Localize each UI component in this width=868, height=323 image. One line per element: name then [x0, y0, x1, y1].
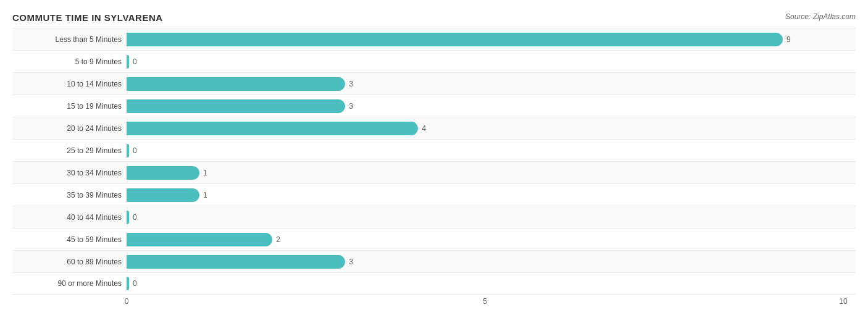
bar-fill — [127, 122, 418, 135]
chart-source: Source: ZipAtlas.com — [785, 12, 856, 21]
bar-label: 20 to 24 Minutes — [12, 124, 127, 133]
bar-value-label: 4 — [422, 124, 426, 133]
bar-row: 10 to 14 Minutes3 — [12, 72, 856, 94]
chart-body: Less than 5 Minutes95 to 9 Minutes010 to… — [12, 28, 856, 295]
bar-fill — [127, 255, 345, 269]
bar-row: 15 to 19 Minutes3 — [12, 94, 856, 117]
bar-fill — [127, 144, 129, 157]
bar-label: 40 to 44 Minutes — [12, 213, 127, 222]
chart-title: COMMUTE TIME IN SYLVARENA — [12, 12, 163, 23]
x-axis-label: 0 — [125, 297, 129, 306]
bar-row: Less than 5 Minutes9 — [12, 28, 856, 50]
bar-fill — [127, 55, 129, 69]
bar-area: 9 — [127, 28, 856, 50]
bar-area: 3 — [127, 95, 856, 117]
x-axis-label: 10 — [839, 297, 847, 306]
bar-area: 2 — [127, 229, 856, 250]
chart-header: COMMUTE TIME IN SYLVARENA Source: ZipAtl… — [12, 12, 856, 23]
bar-area: 3 — [127, 251, 856, 272]
bar-fill — [127, 211, 129, 224]
bar-label: Less than 5 Minutes — [12, 35, 127, 44]
bar-value-label: 9 — [787, 35, 791, 44]
bar-row: 25 to 29 Minutes0 — [12, 139, 856, 161]
bar-label: 45 to 59 Minutes — [12, 235, 127, 244]
bar-label: 5 to 9 Minutes — [12, 57, 127, 66]
bar-fill — [127, 77, 345, 91]
bar-fill — [127, 99, 345, 113]
bar-value-label: 3 — [349, 102, 353, 111]
bar-row: 20 to 24 Minutes4 — [12, 117, 856, 139]
bar-fill — [127, 277, 129, 290]
bar-value-label: 3 — [349, 80, 353, 88]
bar-area: 0 — [127, 51, 856, 72]
bar-label: 90 or more Minutes — [12, 279, 127, 288]
bar-label: 35 to 39 Minutes — [12, 191, 127, 199]
bar-label: 60 to 89 Minutes — [12, 258, 127, 266]
bar-row: 45 to 59 Minutes2 — [12, 228, 856, 250]
bar-value-label: 0 — [133, 213, 137, 222]
bar-value-label: 0 — [133, 146, 137, 155]
bar-row: 35 to 39 Minutes1 — [12, 183, 856, 206]
x-axis-label: 5 — [483, 297, 487, 306]
bar-area: 4 — [127, 117, 856, 139]
bar-value-label: 3 — [349, 258, 353, 266]
bar-fill — [127, 33, 783, 46]
bar-value-label: 2 — [276, 235, 280, 244]
bar-label: 10 to 14 Minutes — [12, 80, 127, 88]
bar-label: 15 to 19 Minutes — [12, 102, 127, 111]
bar-value-label: 0 — [133, 57, 137, 66]
bar-area: 0 — [127, 273, 856, 294]
bar-fill — [127, 166, 199, 180]
bar-row: 5 to 9 Minutes0 — [12, 50, 856, 72]
bar-row: 90 or more Minutes0 — [12, 272, 856, 295]
bar-row: 60 to 89 Minutes3 — [12, 250, 856, 272]
x-axis: 0510 — [127, 297, 843, 309]
bar-value-label: 1 — [203, 169, 207, 177]
bar-fill — [127, 233, 272, 246]
bar-area: 1 — [127, 162, 856, 183]
chart-container: COMMUTE TIME IN SYLVARENA Source: ZipAtl… — [0, 6, 868, 323]
bar-row: 40 to 44 Minutes0 — [12, 206, 856, 228]
bar-fill — [127, 188, 199, 202]
bar-area: 1 — [127, 184, 856, 206]
bar-value-label: 1 — [203, 191, 207, 199]
bar-label: 30 to 34 Minutes — [12, 169, 127, 177]
bar-area: 3 — [127, 73, 856, 94]
bar-label: 25 to 29 Minutes — [12, 146, 127, 155]
bar-area: 0 — [127, 140, 856, 161]
bar-row: 30 to 34 Minutes1 — [12, 161, 856, 183]
bar-value-label: 0 — [133, 279, 137, 288]
bar-area: 0 — [127, 206, 856, 228]
